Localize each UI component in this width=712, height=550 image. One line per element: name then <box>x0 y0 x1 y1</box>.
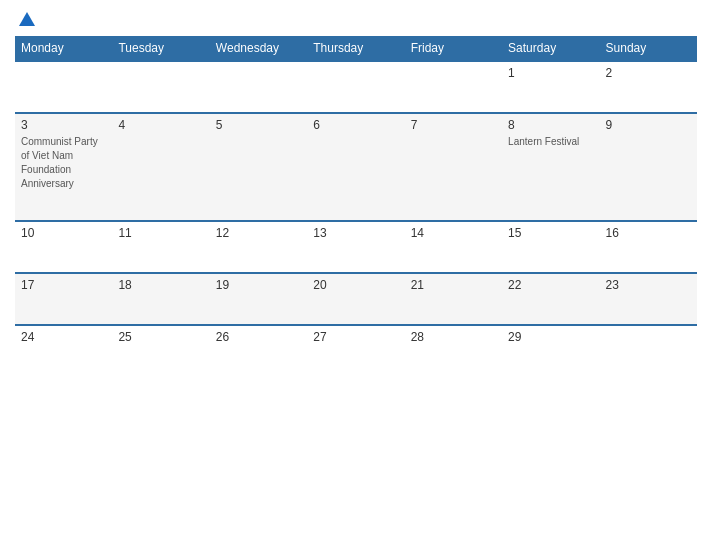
day-number: 22 <box>508 278 593 292</box>
calendar-cell: 6 <box>307 113 404 221</box>
calendar-cell: 8Lantern Festival <box>502 113 599 221</box>
calendar-week-1: 3Communist Party of Viet Nam Foundation … <box>15 113 697 221</box>
calendar-cell: 1 <box>502 61 599 113</box>
calendar-cell: 21 <box>405 273 502 325</box>
calendar-table: MondayTuesdayWednesdayThursdayFridaySatu… <box>15 36 697 376</box>
calendar-cell: 28 <box>405 325 502 376</box>
calendar-cell: 17 <box>15 273 112 325</box>
day-number: 14 <box>411 226 496 240</box>
day-number: 2 <box>606 66 691 80</box>
header-saturday: Saturday <box>502 36 599 61</box>
calendar-cell: 13 <box>307 221 404 273</box>
days-header-row: MondayTuesdayWednesdayThursdayFridaySatu… <box>15 36 697 61</box>
calendar-cell: 4 <box>112 113 209 221</box>
day-number: 26 <box>216 330 301 344</box>
day-number: 7 <box>411 118 496 132</box>
day-number: 9 <box>606 118 691 132</box>
day-number: 21 <box>411 278 496 292</box>
header-friday: Friday <box>405 36 502 61</box>
header <box>15 10 697 28</box>
calendar-cell: 16 <box>600 221 697 273</box>
day-number: 12 <box>216 226 301 240</box>
header-wednesday: Wednesday <box>210 36 307 61</box>
calendar-cell: 22 <box>502 273 599 325</box>
day-number: 3 <box>21 118 106 132</box>
day-number: 20 <box>313 278 398 292</box>
day-number: 17 <box>21 278 106 292</box>
calendar-wrapper: MondayTuesdayWednesdayThursdayFridaySatu… <box>0 0 712 550</box>
header-monday: Monday <box>15 36 112 61</box>
calendar-cell: 10 <box>15 221 112 273</box>
calendar-cell: 29 <box>502 325 599 376</box>
calendar-cell: 7 <box>405 113 502 221</box>
calendar-cell: 26 <box>210 325 307 376</box>
calendar-cell <box>112 61 209 113</box>
calendar-cell: 2 <box>600 61 697 113</box>
calendar-cell <box>405 61 502 113</box>
calendar-cell: 11 <box>112 221 209 273</box>
calendar-cell <box>307 61 404 113</box>
day-number: 5 <box>216 118 301 132</box>
calendar-week-4: 242526272829 <box>15 325 697 376</box>
event-text: Communist Party of Viet Nam Foundation A… <box>21 136 98 189</box>
day-number: 13 <box>313 226 398 240</box>
calendar-cell: 18 <box>112 273 209 325</box>
calendar-cell <box>210 61 307 113</box>
day-number: 18 <box>118 278 203 292</box>
calendar-cell: 23 <box>600 273 697 325</box>
calendar-cell: 3Communist Party of Viet Nam Foundation … <box>15 113 112 221</box>
calendar-cell <box>15 61 112 113</box>
day-number: 11 <box>118 226 203 240</box>
logo <box>15 10 39 28</box>
logo-triangle-icon <box>19 12 35 26</box>
day-number: 15 <box>508 226 593 240</box>
calendar-cell: 27 <box>307 325 404 376</box>
calendar-week-0: 12 <box>15 61 697 113</box>
day-number: 27 <box>313 330 398 344</box>
day-number: 16 <box>606 226 691 240</box>
day-number: 28 <box>411 330 496 344</box>
calendar-cell: 15 <box>502 221 599 273</box>
day-number: 8 <box>508 118 593 132</box>
day-number: 23 <box>606 278 691 292</box>
calendar-cell: 20 <box>307 273 404 325</box>
day-number: 29 <box>508 330 593 344</box>
day-number: 4 <box>118 118 203 132</box>
header-sunday: Sunday <box>600 36 697 61</box>
day-number: 25 <box>118 330 203 344</box>
day-number: 19 <box>216 278 301 292</box>
calendar-cell: 25 <box>112 325 209 376</box>
calendar-cell: 12 <box>210 221 307 273</box>
calendar-cell: 9 <box>600 113 697 221</box>
header-tuesday: Tuesday <box>112 36 209 61</box>
calendar-cell: 14 <box>405 221 502 273</box>
header-thursday: Thursday <box>307 36 404 61</box>
day-number: 24 <box>21 330 106 344</box>
day-number: 6 <box>313 118 398 132</box>
calendar-cell: 19 <box>210 273 307 325</box>
calendar-week-3: 17181920212223 <box>15 273 697 325</box>
day-number: 1 <box>508 66 593 80</box>
event-text: Lantern Festival <box>508 136 579 147</box>
calendar-cell: 5 <box>210 113 307 221</box>
day-number: 10 <box>21 226 106 240</box>
calendar-week-2: 10111213141516 <box>15 221 697 273</box>
calendar-cell: 24 <box>15 325 112 376</box>
calendar-cell <box>600 325 697 376</box>
